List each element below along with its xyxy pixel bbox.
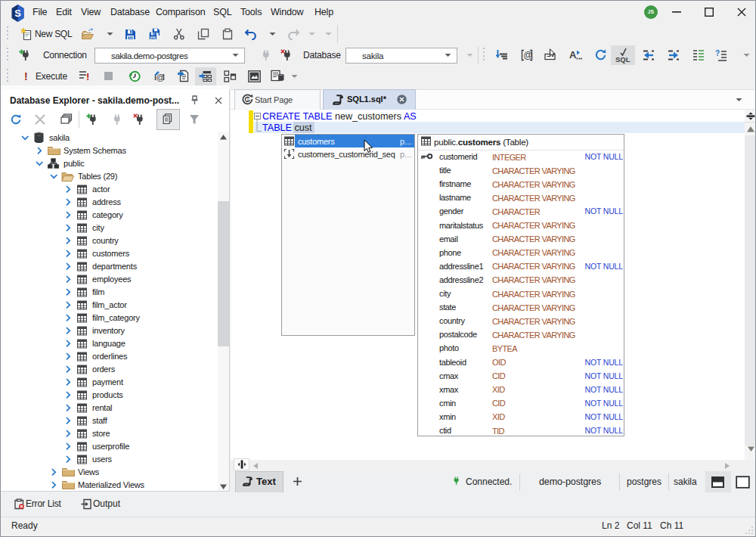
svg-text:?: ? [715, 49, 720, 57]
svg-text:A: A [569, 49, 577, 61]
svg-text:SQL: SQL [615, 55, 631, 64]
svg-text:@: @ [523, 50, 532, 61]
svg-text:1: 1 [246, 97, 249, 102]
svg-text:!: ! [86, 71, 89, 82]
svg-text:S: S [14, 8, 21, 19]
